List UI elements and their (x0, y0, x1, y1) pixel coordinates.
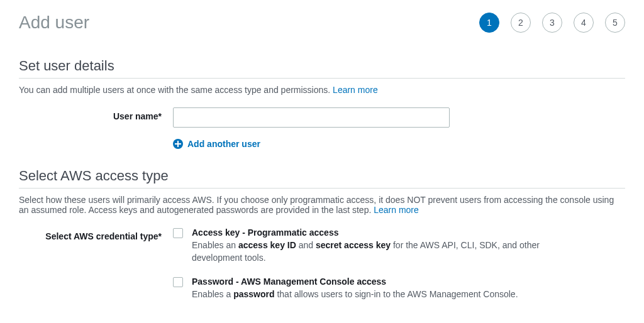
credential-type-label: Select AWS credential type* (19, 227, 173, 241)
user-details-subtitle-text: You can add multiple users at once with … (19, 85, 333, 95)
access-type-subtitle: Select how these users will primarily ac… (19, 195, 625, 215)
user-details-title: Set user details (19, 58, 625, 79)
learn-more-link-access-type[interactable]: Learn more (374, 205, 419, 215)
user-details-subtitle: You can add multiple users at once with … (19, 85, 625, 95)
select-access-type-section: Select AWS access type Select how these … (19, 168, 625, 301)
access-key-desc-prefix: Enables an (192, 240, 238, 250)
step-5[interactable]: 5 (605, 13, 625, 33)
username-label: User name* (19, 107, 173, 121)
set-user-details-section: Set user details You can add multiple us… (19, 58, 625, 149)
password-desc-suffix: that allows users to sign-in to the AWS … (275, 289, 518, 299)
access-key-option-desc: Enables an access key ID and secret acce… (192, 239, 544, 264)
access-key-desc-b1: access key ID (238, 240, 296, 250)
learn-more-link-user-details[interactable]: Learn more (333, 85, 378, 95)
password-option-desc: Enables a password that allows users to … (192, 288, 518, 301)
password-desc-b1: password (233, 289, 274, 299)
page-title: Add user (19, 13, 89, 33)
access-key-option-title: Access key - Programmatic access (192, 227, 544, 238)
add-another-user-label: Add another user (187, 139, 260, 149)
step-1[interactable]: 1 (479, 13, 499, 33)
access-key-desc-mid: and (296, 240, 316, 250)
access-key-desc-b2: secret access key (316, 240, 391, 250)
step-3[interactable]: 3 (542, 13, 562, 33)
add-another-user-button[interactable]: Add another user (173, 139, 260, 149)
password-checkbox[interactable] (173, 277, 183, 287)
access-key-checkbox[interactable] (173, 228, 183, 238)
access-type-subtitle-text: Select how these users will primarily ac… (19, 195, 614, 215)
plus-circle-icon (173, 139, 183, 149)
password-desc-prefix: Enables a (192, 289, 233, 299)
step-2[interactable]: 2 (511, 13, 531, 33)
access-type-title: Select AWS access type (19, 168, 625, 189)
step-4[interactable]: 4 (574, 13, 594, 33)
username-input[interactable] (173, 107, 450, 128)
wizard-stepper: 1 2 3 4 5 (479, 13, 625, 33)
password-option-title: Password - AWS Management Console access (192, 276, 518, 287)
